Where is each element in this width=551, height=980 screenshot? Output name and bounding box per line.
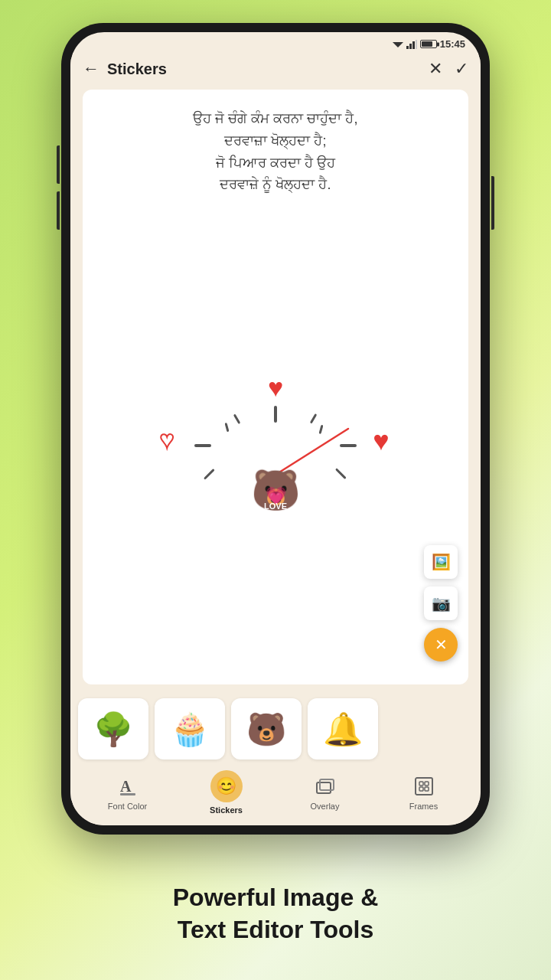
gauge-container: ♥ ♥ ♥ [153, 368, 398, 521]
svg-rect-26 [419, 782, 423, 786]
svg-rect-2 [409, 44, 412, 49]
sticker-bear-love[interactable]: 🐻 [231, 698, 302, 760]
sticker-bell[interactable]: 🔔 [308, 698, 378, 760]
svg-rect-1 [406, 46, 409, 49]
phone-frame: 15:45 ← Stickers ✕ ✓ ਉਹ ਜੋ ਚੰਗੇ ਕੰਮ ਕਰਨਾ… [61, 23, 490, 835]
overlay-icon [313, 774, 337, 799]
font-color-icon: A [116, 774, 140, 799]
svg-rect-9 [233, 414, 241, 425]
svg-rect-10 [225, 423, 230, 432]
svg-rect-24 [320, 779, 334, 790]
svg-text:A: A [120, 778, 132, 795]
svg-rect-4 [416, 40, 417, 49]
status-icons: 15:45 [393, 38, 465, 50]
svg-rect-29 [425, 787, 429, 791]
canvas-sticker-area: ♥ ♥ ♥ [83, 204, 468, 684]
sticker-tree[interactable]: 🌳 [78, 698, 148, 760]
svg-rect-11 [310, 413, 318, 424]
back-button[interactable]: ← [83, 59, 99, 79]
phone-wrapper: 15:45 ← Stickers ✕ ✓ ਉਹ ਜੋ ਚੰਗੇ ਕੰਮ ਕਰਨਾ… [61, 23, 490, 835]
confirm-button[interactable]: ✓ [455, 59, 468, 79]
svg-rect-13 [194, 444, 211, 447]
tagline-text: Powerful Image &Text Editor Tools [173, 882, 379, 946]
svg-text:LOVE: LOVE [264, 501, 287, 511]
fab-stack: 🖼️ 📷 ✕ [424, 545, 458, 662]
close-button[interactable]: ✕ [429, 59, 442, 79]
stickers-label: Stickers [210, 805, 243, 815]
gauge-svg: ♥ ♥ ♥ [153, 368, 398, 521]
camera-fab-button[interactable]: 📷 [424, 586, 458, 620]
toolbar-stickers[interactable]: 😊 Stickers [200, 770, 253, 815]
svg-text:♥: ♥ [373, 425, 389, 456]
close-fab-button[interactable]: ✕ [424, 628, 458, 662]
svg-rect-16 [335, 468, 347, 479]
power-button [491, 176, 494, 230]
svg-rect-22 [120, 793, 135, 795]
tagline-section: Powerful Image &Text Editor Tools [142, 835, 409, 980]
frames-label: Frames [409, 802, 438, 811]
svg-rect-8 [274, 406, 277, 423]
camera-icon: 📷 [432, 594, 451, 612]
battery-icon [420, 40, 437, 48]
svg-rect-3 [412, 41, 415, 49]
svg-rect-28 [419, 787, 423, 791]
svg-rect-14 [340, 444, 357, 447]
volume-up-button [57, 145, 60, 184]
svg-rect-27 [425, 782, 429, 786]
status-bar: 15:45 [70, 32, 481, 53]
header-actions: ✕ ✓ [429, 59, 468, 79]
toolbar-font-color[interactable]: A Font Color [101, 774, 155, 811]
bottom-toolbar: A Font Color 😊 Stickers [70, 764, 481, 825]
overlay-label: Overlay [311, 802, 340, 811]
svg-marker-0 [393, 42, 403, 47]
gallery-fab-button[interactable]: 🖼️ [424, 545, 458, 579]
wifi-icon [393, 41, 403, 48]
status-time: 15:45 [440, 38, 465, 50]
toolbar-overlay[interactable]: Overlay [298, 774, 352, 811]
stickers-icon: 😊 [210, 770, 243, 802]
frames-icon [412, 774, 436, 799]
font-color-label: Font Color [108, 802, 147, 811]
sticker-tray: 🌳 🧁 🐻 🔔 [70, 691, 481, 764]
toolbar-frames[interactable]: Frames [397, 774, 451, 811]
svg-rect-12 [319, 425, 324, 434]
sticker-cupcake[interactable]: 🧁 [155, 698, 225, 760]
canvas-text: ਉਹ ਜੋ ਚੰਗੇ ਕੰਮ ਕਰਨਾ ਚਾਹੁੰਦਾ ਹੈ, ਦਰਵਾਜ਼ਾ … [83, 90, 468, 204]
gallery-icon: 🖼️ [432, 553, 451, 571]
app-header: ← Stickers ✕ ✓ [70, 53, 481, 87]
svg-rect-23 [317, 782, 331, 793]
svg-rect-15 [204, 469, 215, 480]
canvas-area: ਉਹ ਜੋ ਚੰਗੇ ਕੰਮ ਕਰਨਾ ਚਾਹੁੰਦਾ ਹੈ, ਦਰਵਾਜ਼ਾ … [83, 90, 468, 684]
svg-text:♥: ♥ [268, 373, 283, 402]
phone-screen: 15:45 ← Stickers ✕ ✓ ਉਹ ਜੋ ਚੰਗੇ ਕੰਮ ਕਰਨਾ… [70, 32, 481, 825]
signal-icon [406, 40, 417, 49]
close-fab-icon: ✕ [435, 635, 448, 654]
svg-rect-25 [416, 778, 432, 795]
svg-text:♥: ♥ [160, 426, 174, 453]
volume-down-button [57, 191, 60, 230]
header-title: Stickers [107, 60, 429, 78]
